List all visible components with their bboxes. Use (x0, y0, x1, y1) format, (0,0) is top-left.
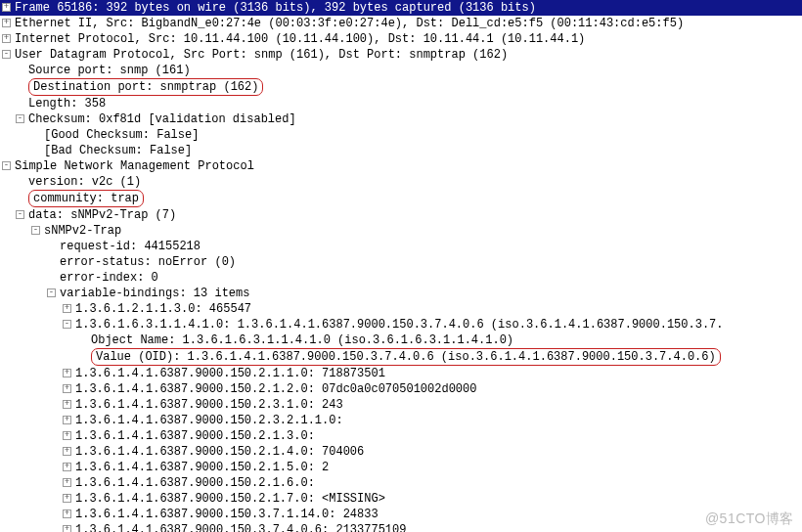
varbind-item[interactable]: + 1.3.6.1.4.1.6387.9000.150.2.1.6.0: (0, 475, 802, 491)
varbind-text: 1.3.6.1.4.1.6387.9000.150.3.7.4.0.6: 213… (75, 522, 406, 532)
toggle-minus-icon[interactable]: - (2, 50, 11, 59)
toggle-plus-icon[interactable]: + (63, 478, 71, 487)
error-status[interactable]: error-status: noError (0) (0, 254, 802, 270)
toggle-plus-icon[interactable]: + (63, 525, 71, 532)
toggle-plus-icon[interactable]: + (63, 431, 71, 440)
snmp-row[interactable]: - Simple Network Management Protocol (0, 158, 802, 174)
varbind-item[interactable]: + 1.3.6.1.4.1.6387.9000.150.2.3.2.1.1.0: (0, 413, 802, 428)
udp-text: User Datagram Protocol, Src Port: snmp (… (15, 47, 508, 63)
varbind-item[interactable]: + 1.3.6.1.2.1.1.3.0: 465547 (0, 301, 802, 317)
varbind-text: 1.3.6.1.6.3.1.1.4.1.0: 1.3.6.1.4.1.6387.… (75, 317, 724, 332)
varbind-text: 1.3.6.1.4.1.6387.9000.150.2.1.4.0: 70400… (75, 444, 364, 460)
udp-dstport[interactable]: Destination port: snmptrap (162) (0, 78, 802, 96)
toggle-minus-icon[interactable]: - (47, 288, 56, 297)
highlight-community: community: trap (28, 190, 144, 207)
snmp-text: Simple Network Management Protocol (15, 158, 254, 174)
varbind-item[interactable]: + 1.3.6.1.4.1.6387.9000.150.3.7.4.0.6: 2… (0, 522, 802, 532)
toggle-plus-icon[interactable]: + (63, 400, 71, 409)
snmp-data[interactable]: - data: sNMPv2-Trap (7) (0, 207, 802, 223)
varbind-item[interactable]: + 1.3.6.1.4.1.6387.9000.150.3.7.1.14.0: … (0, 507, 802, 522)
varbind-text: 1.3.6.1.4.1.6387.9000.150.3.7.1.14.0: 24… (75, 507, 379, 522)
varbind-text: 1.3.6.1.4.1.6387.9000.150.2.3.1.0: 243 (75, 397, 343, 413)
toggle-minus-icon[interactable]: - (2, 161, 11, 170)
object-name[interactable]: Object Name: 1.3.6.1.6.3.1.1.4.1.0 (iso.… (0, 332, 802, 348)
watermark: @51CTO博客 (705, 510, 794, 526)
snmp-data-text: data: sNMPv2-Trap (7) (28, 207, 176, 223)
ip-row[interactable]: + Internet Protocol, Src: 10.11.44.100 (… (0, 31, 802, 47)
snmp-trap[interactable]: - sNMPv2-Trap (0, 223, 802, 239)
toggle-plus-icon[interactable]: + (63, 463, 71, 471)
value-oid[interactable]: Value (OID): 1.3.6.1.4.1.6387.9000.150.3… (0, 348, 802, 366)
toggle-plus-icon[interactable]: + (63, 304, 71, 313)
toggle-plus-icon[interactable]: + (63, 369, 71, 377)
toggle-plus-icon[interactable]: + (63, 494, 71, 503)
varbind-item[interactable]: + 1.3.6.1.4.1.6387.9000.150.2.1.1.0: 718… (0, 366, 802, 381)
udp-checksum[interactable]: - Checksum: 0xf81d [validation disabled] (0, 111, 802, 127)
udp-length[interactable]: Length: 358 (0, 96, 802, 111)
varbind-item[interactable]: + 1.3.6.1.4.1.6387.9000.150.2.3.1.0: 243 (0, 397, 802, 413)
varbind-text: 1.3.6.1.4.1.6387.9000.150.2.1.2.0: 07dc0… (75, 381, 476, 397)
varbind-item[interactable]: + 1.3.6.1.4.1.6387.9000.150.2.1.4.0: 704… (0, 444, 802, 460)
varbind-text: 1.3.6.1.2.1.1.3.0: 465547 (75, 301, 251, 317)
error-index-text: error-index: 0 (60, 270, 158, 286)
varbind-item[interactable]: + 1.3.6.1.4.1.6387.9000.150.2.1.7.0: <MI… (0, 491, 802, 507)
varbind-text: 1.3.6.1.4.1.6387.9000.150.2.1.1.0: 71887… (75, 366, 385, 381)
toggle-plus-icon[interactable]: + (2, 3, 11, 12)
highlight-dst-port: Destination port: snmptrap (162) (28, 78, 263, 96)
frame-text: Frame 65186: 392 bytes on wire (3136 bit… (15, 0, 536, 16)
snmp-version-text: version: v2c (1) (28, 174, 141, 190)
toggle-minus-icon[interactable]: - (16, 210, 24, 219)
varbind-text: 1.3.6.1.4.1.6387.9000.150.2.1.3.0: (75, 428, 315, 444)
variable-bindings[interactable]: - variable-bindings: 13 items (0, 286, 802, 301)
toggle-plus-icon[interactable]: + (63, 447, 71, 456)
toggle-minus-icon[interactable]: - (63, 320, 71, 329)
udp-length-text: Length: 358 (28, 96, 106, 111)
toggle-plus-icon[interactable]: + (63, 416, 71, 424)
toggle-minus-icon[interactable]: - (16, 114, 24, 123)
snmp-trap-text: sNMPv2-Trap (44, 223, 121, 239)
varbind-text: 1.3.6.1.4.1.6387.9000.150.2.1.6.0: (75, 475, 315, 491)
error-index[interactable]: error-index: 0 (0, 270, 802, 286)
udp-srcport-text: Source port: snmp (161) (28, 63, 191, 78)
request-id-text: request-id: 44155218 (60, 239, 200, 254)
ethernet-text: Ethernet II, Src: BigbandN_e0:27:4e (00:… (15, 16, 684, 31)
snmp-community[interactable]: community: trap (0, 190, 802, 207)
varbind-item[interactable]: + 1.3.6.1.4.1.6387.9000.150.2.1.5.0: 2 (0, 460, 802, 475)
request-id[interactable]: request-id: 44155218 (0, 239, 802, 254)
udp-checksum-text: Checksum: 0xf81d [validation disabled] (28, 111, 296, 127)
ethernet-row[interactable]: + Ethernet II, Src: BigbandN_e0:27:4e (0… (0, 16, 802, 31)
variable-bindings-text: variable-bindings: 13 items (60, 286, 249, 301)
udp-good-checksum[interactable]: [Good Checksum: False] (0, 127, 802, 143)
object-name-text: Object Name: 1.3.6.1.6.3.1.1.4.1.0 (iso.… (91, 332, 513, 348)
varbind-text: 1.3.6.1.4.1.6387.9000.150.2.1.5.0: 2 (75, 460, 329, 475)
varbind-text: 1.3.6.1.4.1.6387.9000.150.2.1.7.0: <MISS… (75, 491, 385, 507)
snmp-version[interactable]: version: v2c (1) (0, 174, 802, 190)
error-status-text: error-status: noError (0) (60, 254, 236, 270)
toggle-minus-icon[interactable]: - (31, 226, 40, 235)
highlight-value-oid: Value (OID): 1.3.6.1.4.1.6387.9000.150.3… (91, 348, 721, 366)
udp-srcport[interactable]: Source port: snmp (161) (0, 63, 802, 78)
toggle-plus-icon[interactable]: + (63, 384, 71, 393)
udp-row[interactable]: - User Datagram Protocol, Src Port: snmp… (0, 47, 802, 63)
varbind-item[interactable]: + 1.3.6.1.4.1.6387.9000.150.2.1.3.0: (0, 428, 802, 444)
udp-bad-checksum[interactable]: [Bad Checksum: False] (0, 143, 802, 158)
toggle-plus-icon[interactable]: + (2, 34, 11, 43)
bad-chk-text: [Bad Checksum: False] (44, 143, 192, 158)
frame-summary[interactable]: + Frame 65186: 392 bytes on wire (3136 b… (0, 0, 802, 16)
varbind-text: 1.3.6.1.4.1.6387.9000.150.2.3.2.1.1.0: (75, 413, 343, 428)
varbind-item[interactable]: + 1.3.6.1.4.1.6387.9000.150.2.1.2.0: 07d… (0, 381, 802, 397)
good-chk-text: [Good Checksum: False] (44, 127, 199, 143)
toggle-plus-icon[interactable]: + (63, 510, 71, 518)
varbind-item[interactable]: - 1.3.6.1.6.3.1.1.4.1.0: 1.3.6.1.4.1.638… (0, 317, 802, 332)
toggle-plus-icon[interactable]: + (2, 19, 11, 27)
ip-text: Internet Protocol, Src: 10.11.44.100 (10… (15, 31, 585, 47)
